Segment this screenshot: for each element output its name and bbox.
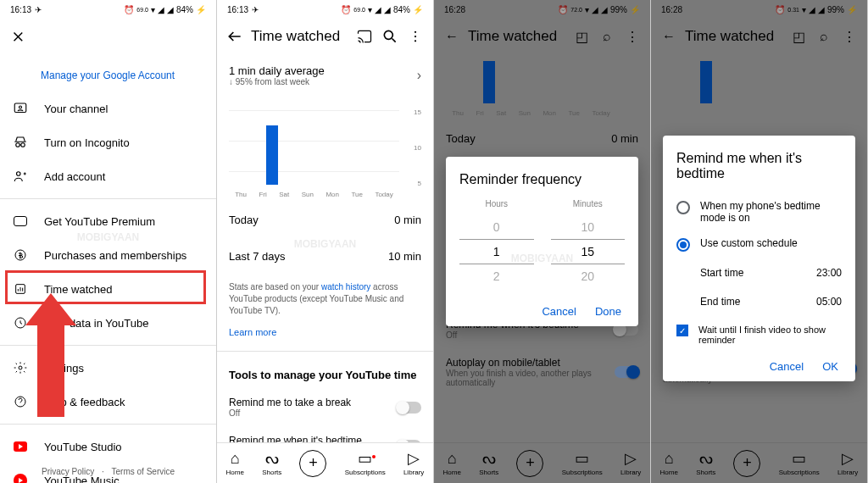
more-icon[interactable] <box>406 27 425 46</box>
watermark: MOBIGYAAN <box>294 238 357 250</box>
watch-time-chart: 15 10 5 ThuFriSatSunMonTueToday <box>229 97 421 198</box>
menu-add-account[interactable]: Add account <box>0 159 216 193</box>
phone-account-menu: 16:13✈ ⏰69.0▾◢◢84%⚡ Manage your Google A… <box>0 0 217 483</box>
nav-create[interactable]: + <box>299 450 326 477</box>
svg-point-4 <box>17 172 21 176</box>
toggle-switch[interactable] <box>398 402 421 414</box>
manage-account-link[interactable]: Manage your Google Account <box>0 63 216 92</box>
page-title: Time watched <box>251 28 348 45</box>
add-account-icon <box>12 168 29 185</box>
grid-label: 15 <box>414 108 421 116</box>
toggle-take-break[interactable]: Remind me to take a breakOff <box>217 388 433 426</box>
divider <box>217 351 433 352</box>
back-icon[interactable] <box>225 27 244 46</box>
plus-icon: + <box>299 450 326 477</box>
option-custom-schedule[interactable]: Use custom schedule <box>676 230 842 258</box>
wifi-icon: ▾ <box>151 5 155 14</box>
label: Turn on Incognito <box>44 136 130 149</box>
today-value: 0 min <box>394 214 421 226</box>
phone-reminder-frequency: 16:28 ⏰72.0▾◢◢99%⚡ ← Time watched ◰ ⌕ ⋮ … <box>434 0 651 483</box>
stats-description: Stats are based on your watch history ac… <box>217 275 433 324</box>
radio-off[interactable] <box>676 201 690 214</box>
nav-subs[interactable]: ▭Subscriptions <box>345 450 386 476</box>
telegram-icon: ✈ <box>35 5 42 14</box>
purchases-icon <box>12 247 29 264</box>
dialog-title: Remind me when it's bedtime <box>676 151 842 181</box>
badge-dot <box>372 455 376 458</box>
channel-icon <box>12 100 29 117</box>
terms-link[interactable]: Terms of Service <box>109 467 177 476</box>
svg-point-3 <box>21 143 25 147</box>
start-time-row[interactable]: Start time23:00 <box>676 258 842 287</box>
studio-icon <box>12 438 29 455</box>
hours-picker[interactable]: Hours 0 1 2 <box>459 199 534 288</box>
temp-indicator: 69.0 <box>136 7 148 13</box>
time-picker: Hours 0 1 2 Minutes 10 15 20 <box>459 199 625 288</box>
incognito-icon <box>12 134 29 151</box>
watermark: MOBIGYAAN <box>77 231 140 243</box>
dialog-actions: Cancel Done <box>459 298 625 318</box>
radio-on[interactable] <box>676 238 690 252</box>
grid-label: 10 <box>414 144 421 152</box>
end-time-row[interactable]: End time05:00 <box>676 287 842 316</box>
privacy-link[interactable]: Privacy Policy <box>39 467 97 476</box>
footer-links: Privacy Policy · Terms of Service <box>0 467 216 476</box>
bottom-nav: ⌂Home ᔓShorts + ▭Subscriptions ▷Library <box>217 442 433 483</box>
alarm-icon: ⏰ <box>124 5 134 14</box>
option-bedtime-mode[interactable]: When my phone's bedtime mode is on <box>676 193 842 230</box>
label: Add account <box>44 170 105 183</box>
minutes-picker[interactable]: Minutes 10 15 20 <box>551 199 626 288</box>
search-icon[interactable] <box>381 27 399 46</box>
dot: · <box>99 467 107 476</box>
bedtime-dialog: Remind me when it's bedtime When my phon… <box>663 136 855 381</box>
last7-value: 10 min <box>388 250 421 263</box>
phone-bedtime-reminder: 16:28 ⏰0.31▾◢◢99%⚡ ← Time watched ◰ ⌕ ⋮ … <box>651 0 868 483</box>
shorts-icon: ᔓ <box>264 450 281 467</box>
label: Purchases and memberships <box>44 249 186 262</box>
avg-change: ↓ 95% from last week <box>229 77 417 86</box>
svg-point-2 <box>16 143 20 147</box>
content: 16:13✈ ⏰69.0▾◢◢84%⚡ Manage your Google A… <box>0 0 216 483</box>
ok-button[interactable]: OK <box>822 360 838 373</box>
dialog-title: Reminder frequency <box>459 172 625 187</box>
done-button[interactable]: Done <box>595 305 621 318</box>
home-icon: ⌂ <box>226 450 243 467</box>
telegram-icon: ✈ <box>252 5 259 14</box>
dialog-actions: Cancel OK <box>676 353 842 373</box>
chevron-right-icon: › <box>417 68 421 83</box>
cancel-button[interactable]: Cancel <box>770 360 804 373</box>
cancel-button[interactable]: Cancel <box>542 305 576 318</box>
svg-point-12 <box>415 36 416 37</box>
watch-history-link[interactable]: watch history <box>321 282 370 291</box>
svg-point-11 <box>415 31 416 33</box>
svg-rect-0 <box>14 103 26 113</box>
dialog-overlay[interactable]: Remind me when it's bedtime When my phon… <box>651 0 867 483</box>
divider <box>0 424 216 425</box>
close-icon[interactable] <box>8 27 27 46</box>
menu-incognito[interactable]: Turn on Incognito <box>0 125 216 159</box>
learn-more-link[interactable]: Learn more <box>217 324 433 346</box>
status-time: 16:13 <box>227 5 248 14</box>
dialog-overlay[interactable]: Reminder frequency Hours 0 1 2 Minutes 1… <box>434 0 650 483</box>
label: Get YouTube Premium <box>44 215 155 228</box>
stats-header[interactable]: 1 min daily average ↓ 95% from last week… <box>217 54 433 97</box>
menu-studio[interactable]: YouTube Studio <box>0 430 216 464</box>
charging-icon: ⚡ <box>413 5 423 14</box>
nav-home[interactable]: ⌂Home <box>226 450 244 476</box>
stat-today: Today0 min <box>217 202 433 238</box>
svg-point-13 <box>415 40 416 42</box>
svg-point-8 <box>19 366 22 369</box>
daily-average: 1 min daily average <box>229 64 417 77</box>
label: YouTube Studio <box>44 441 122 453</box>
menu-your-channel[interactable]: Your channel <box>0 92 216 125</box>
checkbox-checked[interactable]: ✓ <box>676 325 688 336</box>
signal-icon: ◢ <box>375 5 381 14</box>
phone-time-watched: 16:13✈ ⏰69.0▾◢◢84%⚡ Time watched 1 min d… <box>217 0 434 483</box>
cast-icon[interactable] <box>355 27 374 46</box>
nav-shorts[interactable]: ᔓShorts <box>262 450 281 476</box>
temp-indicator: 69.0 <box>353 7 365 13</box>
menu-purchases[interactable]: Purchases and memberships <box>0 238 216 272</box>
nav-library[interactable]: ▷Library <box>403 450 424 476</box>
wait-finish-checkbox[interactable]: ✓Wait until I finish video to show remin… <box>676 316 842 353</box>
divider <box>0 198 216 199</box>
